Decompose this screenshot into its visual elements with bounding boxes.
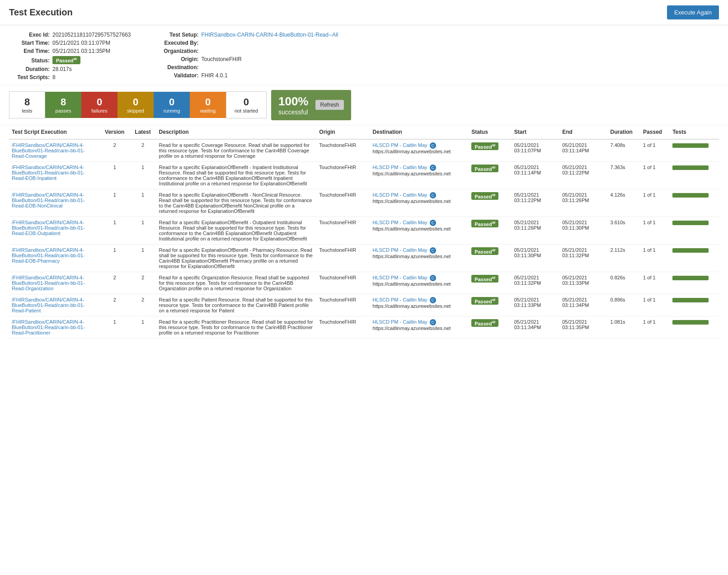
destination-icon: C	[430, 319, 436, 325]
destination-cell: HLSCD PM - Caitlin May C https://caitlin…	[370, 244, 469, 272]
execute-again-button[interactable]: Execute Again	[667, 5, 719, 19]
tests-cell	[670, 189, 719, 217]
destination-icon: C	[430, 247, 436, 254]
passes-label: passes	[56, 108, 71, 113]
start-cell: 05/21/202103:11:07PM	[512, 139, 559, 162]
description-cell: Read for a specific ExplanationOfBenefit…	[156, 217, 317, 244]
latest-cell: 1	[129, 316, 156, 338]
waiting-label: waiting	[200, 108, 216, 113]
table-row: /FHIRSandbox/CARIN/CARIN-4-BlueButton/01…	[9, 272, 719, 294]
test-setup-row: Test Setup: FHIRSandbox-CARIN-CARIN-4-Bl…	[158, 32, 338, 38]
progress-bar-fill	[672, 320, 709, 325]
page-header: Test Execution Execute Again	[0, 0, 728, 25]
duration-cell: 7.363s	[608, 161, 641, 189]
destination-link[interactable]: HLSCD PM - Caitlin May	[373, 275, 427, 280]
script-cell: /FHIRSandbox/CARIN/CARIN-4-BlueButton/01…	[9, 217, 100, 244]
script-cell: /FHIRSandbox/CARIN/CARIN-4-BlueButton/01…	[9, 161, 100, 189]
version-cell: 1	[100, 189, 129, 217]
script-cell: /FHIRSandbox/CARIN/CARIN-4-BlueButton/01…	[9, 294, 100, 316]
passed-cell: 1 of 1	[640, 161, 670, 189]
destination-link[interactable]: HLSCD PM - Caitlin May	[373, 142, 427, 148]
destination-link[interactable]: HLSCD PM - Caitlin May	[373, 220, 427, 225]
destination-icon: C	[430, 220, 436, 226]
destination-url: https://caitlinmay.azurewebsites.net	[373, 149, 451, 154]
meta-section: Exec Id: 20210521181107295757527663 Star…	[0, 25, 728, 85]
col-header-tests: Tests	[670, 125, 719, 139]
start-cell: 05/21/202103:11:32PM	[512, 272, 559, 294]
destination-link[interactable]: HLSCD PM - Caitlin May	[373, 192, 427, 198]
tests-cell	[670, 161, 719, 189]
destination-cell: HLSCD PM - Caitlin May C https://caitlin…	[370, 189, 469, 217]
test-scripts-row: Test Scripts: 8	[9, 74, 131, 80]
test-setup-link[interactable]: FHIRSandbox-CARIN-CARIN-4-BlueButton-01-…	[202, 32, 338, 38]
col-header-start: Start	[512, 125, 559, 139]
destination-link[interactable]: HLSCD PM - Caitlin May	[373, 319, 427, 325]
status-label: Status:	[9, 57, 50, 64]
passed-cell: 1 of 1	[640, 244, 670, 272]
start-time-label: Start Time:	[9, 40, 50, 46]
script-link[interactable]: /FHIRSandbox/CARIN/CARIN-4-BlueButton/01…	[12, 319, 97, 335]
meta-left: Exec Id: 20210521181107295757527663 Star…	[9, 32, 131, 80]
progress-bar-wrap	[672, 193, 709, 198]
refresh-button[interactable]: Refresh	[315, 100, 343, 110]
start-cell: 05/21/202103:11:22PM	[512, 189, 559, 217]
not-started-number: 0	[244, 96, 249, 108]
progress-bar-fill	[672, 143, 709, 148]
script-link[interactable]: /FHIRSandbox/CARIN/CARIN-4-BlueButton/01…	[12, 275, 97, 291]
destination-cell: HLSCD PM - Caitlin May C https://caitlin…	[370, 217, 469, 244]
end-time-value: 05/21/2021 03:11:35PM	[52, 48, 110, 54]
destination-cell: HLSCD PM - Caitlin May C https://caitlin…	[370, 161, 469, 189]
duration-cell: 7.408s	[608, 139, 641, 162]
passed-cell: 1 of 1	[640, 294, 670, 316]
status-cell: PassedW	[469, 244, 512, 272]
progress-bar-wrap	[672, 165, 709, 170]
destination-link[interactable]: HLSCD PM - Caitlin May	[373, 165, 427, 170]
duration-cell: 4.126s	[608, 189, 641, 217]
destination-link[interactable]: HLSCD PM - Caitlin May	[373, 247, 427, 253]
destination-url: https://caitlinmay.azurewebsites.net	[373, 325, 451, 331]
script-link[interactable]: /FHIRSandbox/CARIN/CARIN-4-BlueButton/01…	[12, 165, 97, 181]
tests-cell	[670, 244, 719, 272]
script-cell: /FHIRSandbox/CARIN/CARIN-4-BlueButton/01…	[9, 244, 100, 272]
latest-cell: 1	[129, 217, 156, 244]
script-link[interactable]: /FHIRSandbox/CARIN/CARIN-4-BlueButton/01…	[12, 220, 97, 236]
table-row: /FHIRSandbox/CARIN/CARIN-4-BlueButton/01…	[9, 161, 719, 189]
destination-row: Destination:	[158, 64, 338, 71]
destination-cell: HLSCD PM - Caitlin May C https://caitlin…	[370, 139, 469, 162]
tests-cell	[670, 217, 719, 244]
origin-row: Origin: TouchstoneFHIR	[158, 56, 338, 62]
progress-bar-fill	[672, 165, 709, 170]
latest-cell: 2	[129, 294, 156, 316]
origin-cell: TouchstoneFHIR	[316, 217, 370, 244]
script-link[interactable]: /FHIRSandbox/CARIN/CARIN-4-BlueButton/01…	[12, 142, 97, 159]
success-content: 100% successful	[278, 94, 309, 116]
progress-bar-fill	[672, 276, 709, 280]
origin-cell: TouchstoneFHIR	[316, 139, 370, 162]
latest-cell: 1	[129, 189, 156, 217]
progress-bar-fill	[672, 248, 709, 253]
script-link[interactable]: /FHIRSandbox/CARIN/CARIN-4-BlueButton/01…	[12, 297, 97, 313]
duration-label: Duration:	[9, 66, 50, 72]
end-cell: 05/21/202103:11:34PM	[559, 294, 607, 316]
script-link[interactable]: /FHIRSandbox/CARIN/CARIN-4-BlueButton/01…	[12, 192, 97, 208]
duration-row: Duration: 28.017s	[9, 66, 131, 72]
not-started-label: not started	[235, 108, 258, 113]
progress-bar-wrap	[672, 298, 709, 302]
destination-link[interactable]: HLSCD PM - Caitlin May	[373, 297, 427, 302]
origin-value: TouchstoneFHIR	[202, 56, 242, 62]
destination-url: https://caitlinmay.azurewebsites.net	[373, 171, 451, 176]
origin-label: Origin:	[158, 56, 199, 62]
running-number: 0	[169, 96, 174, 108]
script-link[interactable]: /FHIRSandbox/CARIN/CARIN-4-BlueButton/01…	[12, 247, 97, 264]
version-cell: 1	[100, 244, 129, 272]
table-row: /FHIRSandbox/CARIN/CARIN-4-BlueButton/01…	[9, 139, 719, 162]
version-cell: 1	[100, 161, 129, 189]
progress-bar-fill	[672, 193, 709, 198]
status-cell: PassedW	[469, 294, 512, 316]
origin-cell: TouchstoneFHIR	[316, 161, 370, 189]
table-row: /FHIRSandbox/CARIN/CARIN-4-BlueButton/01…	[9, 217, 719, 244]
destination-icon: C	[430, 297, 436, 303]
destination-url: https://caitlinmay.azurewebsites.net	[373, 226, 451, 231]
script-cell: /FHIRSandbox/CARIN/CARIN-4-BlueButton/01…	[9, 316, 100, 338]
destination-icon: C	[430, 192, 436, 198]
